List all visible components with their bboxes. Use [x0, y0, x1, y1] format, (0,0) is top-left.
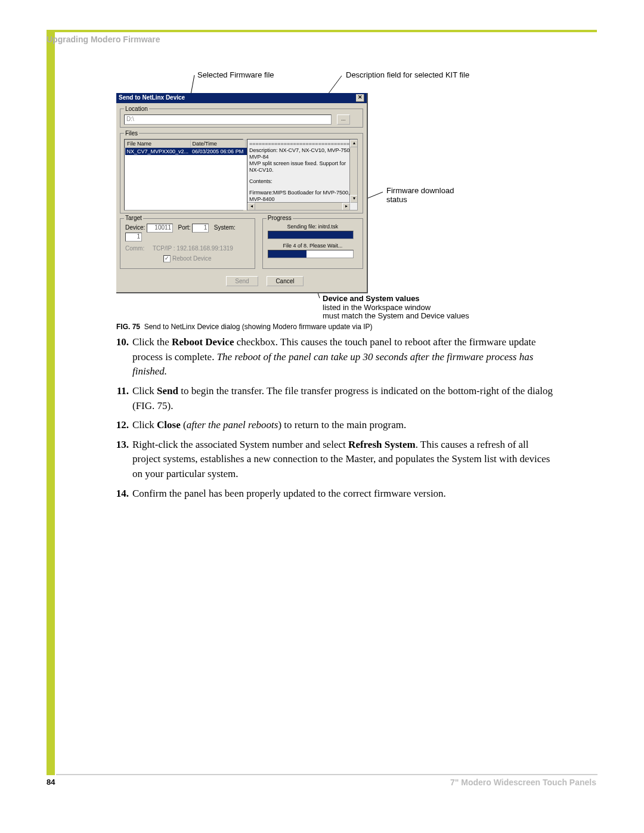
dialog-titlebar[interactable]: Send to NetLinx Device ✕ — [116, 93, 367, 103]
port-label: Port: — [178, 224, 190, 231]
t: ) to return to the main program. — [278, 419, 406, 431]
t: Reboot Device — [172, 336, 234, 348]
section-header: Upgrading Modero Firmware — [47, 35, 160, 44]
t: Confirm the panel has been properly upda… — [132, 488, 446, 499]
footer-title: 7" Modero Widescreen Touch Panels — [450, 778, 596, 787]
comm-value: TCP/IP : 192.168.168.99:1319 — [153, 245, 233, 252]
step-num: 11. — [111, 384, 129, 413]
side-bar-top — [47, 30, 55, 775]
browse-button[interactable]: ... — [337, 114, 350, 125]
device-input[interactable]: 10011 — [147, 224, 173, 233]
cancel-button[interactable]: Cancel — [267, 276, 303, 286]
cell-datetime: 06/03/2005 06:06 PM — [190, 148, 245, 156]
file-row-selected[interactable]: NX_CV7_MVPXX00_v2... 06/03/2005 06:06 PM… — [125, 148, 267, 156]
desc-line: Firmware:MIPS Bootloader for MVP-7500, M… — [249, 190, 355, 203]
system-input[interactable]: 1 — [125, 233, 142, 241]
send-button[interactable]: Send — [226, 276, 258, 286]
t: Right-click the associated System number… — [132, 439, 348, 450]
step-11: 11. Click Send to begin the transfer. Th… — [111, 384, 558, 413]
page-number: 84 — [47, 778, 55, 786]
callout-dl-status-2: status — [386, 195, 407, 204]
location-label: Location — [124, 106, 149, 112]
step-num: 14. — [111, 487, 129, 501]
step-num: 12. — [111, 418, 129, 433]
header-rule — [47, 30, 597, 32]
reboot-checkbox[interactable]: ✓ — [163, 255, 171, 262]
t: after the panel reboots — [187, 419, 278, 431]
desc-line: Contents: — [249, 178, 355, 185]
t: Refresh System — [348, 439, 416, 450]
callout-devsys-2: must match the System and Device values — [323, 311, 469, 320]
description-box[interactable]: =================================== Desc… — [247, 139, 358, 210]
cell-filename: NX_CV7_MVPXX00_v2... — [125, 148, 191, 156]
step-num: 13. — [111, 438, 129, 482]
t: Send — [157, 385, 178, 397]
target-box: Target Device: 10011 Port: 1 System: 1 C… — [120, 218, 255, 269]
desc-line: Description: NX-CV7, NX-CV10, MVP-7500, … — [249, 147, 355, 160]
col-datetime[interactable]: Date/Time — [190, 140, 245, 148]
callout-devsys-title: Device and System values — [323, 294, 420, 303]
send-to-netlinx-dialog: Send to NetLinx Device ✕ Location D:\ ..… — [116, 93, 368, 293]
step-12: 12. Click Close (after the panel reboots… — [111, 418, 558, 433]
port-input[interactable]: 1 — [192, 224, 209, 233]
progress-bar-2 — [268, 250, 354, 258]
scrollbar-h[interactable]: ◂▸ — [247, 202, 350, 210]
scrollbar-v[interactable]: ▴ ▾ — [349, 140, 357, 203]
desc-line: =================================== — [249, 141, 355, 147]
t: Click the — [132, 336, 172, 348]
col-filename[interactable]: File Name — [125, 140, 191, 148]
progress-sending: Sending file: initrd.tsk — [268, 224, 358, 230]
step-14: 14. Confirm the panel has been properly … — [111, 487, 558, 501]
figure-caption: FIG. 75 FIG. 75 Send to NetLinx Device d… — [116, 323, 373, 331]
target-label: Target — [124, 215, 143, 221]
files-label: Files — [124, 130, 139, 137]
step-10: 10. Click the Reboot Device checkbox. Th… — [111, 335, 558, 379]
callout-description: Description field for selected KIT file — [346, 70, 469, 79]
reboot-label: Reboot Device — [172, 255, 212, 262]
t: to begin the transfer. The file transfer… — [132, 385, 553, 411]
location-fieldset: Location D:\ ... — [120, 106, 363, 128]
location-input[interactable]: D:\ — [124, 114, 332, 125]
callout-devsys-1: listed in the Workspace window — [323, 303, 431, 312]
files-fieldset: Files File Name Date/Time Size(... NX_CV… — [120, 130, 363, 213]
t: Click — [132, 419, 157, 431]
footer-rule — [56, 774, 597, 775]
comm-label: Comm: — [125, 245, 144, 252]
dialog-title: Send to NetLinx Device — [119, 94, 185, 102]
instruction-list: 10. Click the Reboot Device checkbox. Th… — [111, 335, 558, 506]
step-13: 13. Right-click the associated System nu… — [111, 438, 558, 482]
close-icon[interactable]: ✕ — [356, 94, 364, 102]
progress-label: Progress — [267, 215, 293, 221]
t: Close — [157, 419, 181, 431]
callout-dl-status-1: Firmware download — [386, 186, 454, 195]
t: ( — [181, 419, 187, 431]
device-label: Device: — [125, 224, 145, 231]
progress-box: Progress Sending file: initrd.tsk File 4… — [262, 218, 363, 269]
desc-line: MVP split screen issue fixed. Support fo… — [249, 160, 355, 174]
callout-firmware: Selected Firmware file — [197, 70, 274, 79]
progress-file: File 4 of 8. Please Wait... — [268, 243, 358, 249]
t: Click — [132, 385, 157, 397]
files-table[interactable]: File Name Date/Time Size(... NX_CV7_MVPX… — [124, 139, 243, 210]
progress-bar-1 — [268, 231, 354, 239]
step-num: 10. — [111, 335, 129, 379]
system-label: System: — [214, 224, 236, 231]
